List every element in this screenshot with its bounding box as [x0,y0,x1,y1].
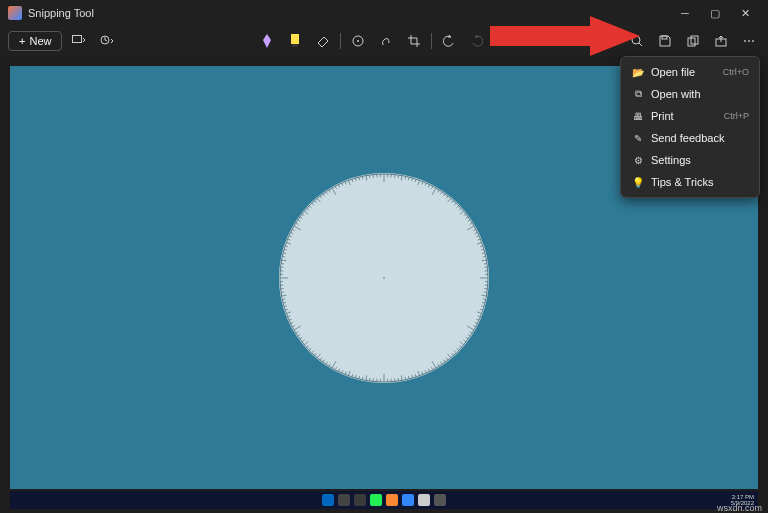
svg-line-115 [288,239,291,240]
svg-line-88 [296,331,299,333]
protractor-circle[interactable] [279,173,489,383]
svg-line-129 [317,198,320,202]
svg-line-42 [440,361,442,363]
svg-line-25 [478,315,481,316]
menu-settings[interactable]: ⚙ Settings [621,149,759,171]
svg-line-69 [348,371,350,376]
svg-line-74 [332,361,336,368]
task-icon[interactable] [370,494,382,506]
search-icon[interactable] [338,494,350,506]
svg-line-169 [448,198,451,202]
highlighter-tool[interactable] [284,30,306,52]
svg-line-28 [473,325,476,326]
svg-line-173 [459,208,461,210]
close-button[interactable]: ✕ [730,3,760,23]
share-button[interactable] [710,30,732,52]
svg-line-136 [338,184,339,187]
pen-tool[interactable] [256,30,278,52]
svg-line-178 [470,222,473,224]
svg-line-84 [304,341,308,344]
svg-line-38 [452,353,454,355]
toolbar-divider [431,33,432,49]
start-icon[interactable] [322,494,334,506]
svg-line-128 [314,200,316,202]
new-button[interactable]: + New [8,31,62,51]
menu-open-file[interactable]: 📂 Open file Ctrl+O [621,61,759,83]
copy-button[interactable] [682,30,704,52]
svg-line-22 [481,305,484,306]
svg-line-176 [466,216,468,218]
svg-line-132 [326,191,328,193]
svg-line-125 [307,208,309,210]
svg-line-123 [302,213,304,215]
toolbar-divider [340,33,341,49]
svg-line-111 [283,252,286,253]
svg-line-66 [359,375,360,378]
settings-icon: ⚙ [631,155,645,166]
svg-line-94 [286,311,291,313]
svg-line-124 [304,211,308,214]
svg-line-180 [473,229,476,230]
svg-line-23 [480,309,483,310]
new-label: New [29,35,51,47]
svg-line-36 [457,348,459,350]
svg-line-33 [464,340,466,342]
svg-line-34 [460,341,464,344]
menu-send-feedback[interactable]: ✎ Send feedback [621,127,759,149]
eraser-tool[interactable] [312,30,334,52]
svg-line-139 [348,180,350,185]
print-icon: 🖶 [631,111,645,122]
menu-label: Tips & Tricks [651,176,743,188]
task-icon[interactable] [418,494,430,506]
menu-open-with[interactable]: ⧉ Open with [621,83,759,105]
svg-line-154 [401,175,402,180]
task-icon[interactable] [434,494,446,506]
delay-dropdown[interactable] [96,30,118,52]
task-icon[interactable] [386,494,398,506]
svg-line-20 [483,298,486,299]
svg-line-71 [342,370,343,373]
svg-line-110 [282,256,285,257]
svg-line-29 [467,326,474,330]
maximize-button[interactable]: ▢ [700,3,730,23]
svg-line-130 [320,196,322,198]
svg-line-121 [298,219,300,221]
crop-tool[interactable] [403,30,425,52]
minimize-button[interactable]: ─ [670,3,700,23]
svg-line-52 [408,375,409,378]
svg-line-185 [480,245,483,246]
svg-line-189 [481,259,486,260]
menu-print[interactable]: 🖶 Print Ctrl+P [621,105,759,127]
svg-line-143 [362,176,363,179]
snip-mode-dropdown[interactable] [68,30,90,52]
svg-line-39 [448,353,451,357]
taskbar[interactable] [10,491,758,509]
task-view-icon[interactable] [354,494,366,506]
svg-line-144 [366,175,367,180]
svg-line-24 [477,311,482,313]
menu-tips[interactable]: 💡 Tips & Tricks [621,171,759,193]
svg-line-96 [284,305,287,306]
svg-line-135 [335,186,336,189]
svg-line-82 [309,348,311,350]
redo-button[interactable] [466,30,488,52]
touch-writing-tool[interactable] [375,30,397,52]
task-icon[interactable] [402,494,414,506]
svg-line-175 [464,213,466,215]
undo-button[interactable] [438,30,460,52]
save-button[interactable] [654,30,676,52]
svg-line-81 [312,350,314,352]
plus-icon: + [19,35,25,47]
svg-line-159 [418,180,420,185]
svg-line-141 [355,178,356,181]
svg-line-70 [345,371,346,374]
toolbar: + New ⋯ [0,26,768,56]
svg-line-50 [415,374,416,377]
svg-line-47 [425,370,426,373]
protractor-tool[interactable] [347,30,369,52]
svg-line-32 [466,337,468,339]
svg-line-68 [352,374,353,377]
more-button[interactable]: ⋯ [738,30,760,52]
svg-marker-12 [490,16,640,56]
svg-line-73 [335,367,336,370]
